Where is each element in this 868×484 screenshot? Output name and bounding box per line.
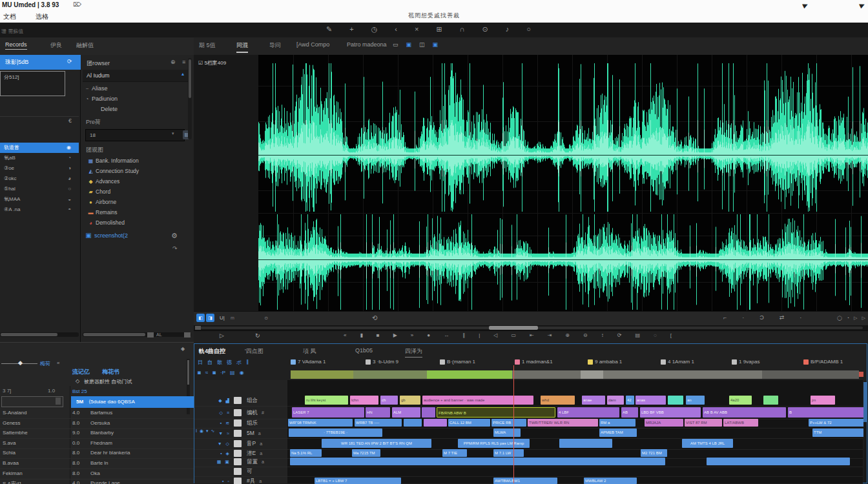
audio-clip[interactable]: dam	[607, 396, 624, 405]
multitrack-tool-icon[interactable]: ∥	[246, 359, 249, 366]
browser-item[interactable]: ~Aliase	[83, 83, 186, 94]
transport-icon[interactable]: ⇤	[530, 332, 534, 338]
audio-clip[interactable]: VIST 87 RM	[685, 419, 722, 427]
tab-2[interactable]: 伊良	[50, 41, 62, 50]
channel-toggle-left[interactable]: ◧	[196, 314, 205, 322]
audio-clip[interactable]: WR 181 TED AN IPW 2 BIT BT'S RN QM	[322, 439, 431, 448]
transport-icon[interactable]: ↻	[255, 332, 260, 339]
track-mute-solo-icons[interactable]: ◆ ▟	[214, 398, 231, 403]
transport-icon[interactable]: ▮	[360, 332, 362, 338]
undo-icon[interactable]: ↷	[172, 245, 178, 252]
editor-tab-3[interactable]: 导问	[269, 41, 281, 50]
editor-tab-1[interactable]: 期 5值	[199, 41, 216, 50]
audio-clip[interactable]: jm	[811, 396, 835, 405]
slider-handle-icon[interactable]: ◆	[18, 359, 23, 366]
gear-icon[interactable]: ⚙	[171, 232, 178, 240]
transport-icon[interactable]: ↔	[444, 332, 449, 338]
trash-icon[interactable]: ⌦	[73, 1, 81, 8]
track-select-icons[interactable]: Ⅰ ◉ ▾ ∿	[196, 429, 215, 434]
audio-clip[interactable]: an	[686, 396, 705, 405]
track-header[interactable]: ▪ ≋组乐	[194, 418, 287, 429]
toolbar-icon[interactable]: +	[349, 25, 353, 34]
collapse-icon[interactable]: «	[57, 360, 59, 366]
audio-clip[interactable]: RM a	[599, 419, 636, 427]
audio-clip[interactable]: TWR/TTRER/ WLR RN	[528, 419, 598, 427]
zoom-icon[interactable]: ▷	[862, 316, 865, 321]
pin-icon[interactable]: ⊕	[170, 59, 176, 65]
browser-item[interactable]: Delete	[83, 104, 195, 114]
transport-icon[interactable]: ◌	[654, 332, 657, 338]
transport-icon[interactable]: ●	[427, 332, 430, 338]
audio-clip[interactable]: LASER 7	[292, 407, 364, 418]
zoom-icon[interactable]: ◯	[837, 316, 842, 321]
toolbar-icon[interactable]: ‹	[395, 25, 397, 34]
timeline-marker[interactable]: 3 ·b-Udm 9	[366, 359, 398, 365]
scroll-thumb[interactable]	[187, 360, 189, 385]
track-mute-solo-icons[interactable]: ◇ ≡	[214, 410, 231, 416]
timeline-marker[interactable]: 1 9vapas	[732, 359, 760, 365]
audio-clip[interactable]: LBD BF VBB	[640, 407, 701, 418]
toolbar-icon[interactable]: ✎	[326, 25, 332, 34]
transport-icon[interactable]: ⇥	[548, 332, 552, 338]
browser-dropdown[interactable]: Al Iudum	[83, 70, 190, 82]
audio-clip[interactable]: PPM/RM RPLS RLS pas LM Ramp	[458, 439, 530, 448]
audio-clip[interactable]: M2 721 BM	[641, 449, 667, 457]
rack-link-row[interactable]: Bst 25	[72, 388, 87, 394]
timeline-marker[interactable]: B·(maman 1	[440, 359, 475, 365]
rack-input-button[interactable]	[56, 398, 61, 405]
toolbar-icon[interactable]: ○	[526, 25, 531, 34]
transport-icon[interactable]: ▭	[511, 332, 516, 338]
audio-clip[interactable]: ru liht keyst	[305, 396, 348, 405]
transport-icon[interactable]: »	[411, 332, 413, 338]
panel-button[interactable]	[147, 332, 154, 338]
multitrack-tool-icon[interactable]: ◙	[198, 370, 201, 376]
scroll-thumb[interactable]	[489, 326, 538, 330]
track-color-chip[interactable]	[234, 478, 242, 484]
scroll-thumb[interactable]	[1, 333, 57, 336]
rack-row[interactable]: S.A屯d14.0Purede Lane	[0, 479, 194, 484]
currency-icon[interactable]: €	[68, 117, 72, 124]
list-item[interactable]: 氧MAA◒	[0, 194, 79, 205]
preset-input[interactable]: 18	[85, 129, 185, 141]
audio-clip[interactable]: MRJAJA	[645, 419, 683, 427]
rack-row[interactable]: Geness8.0Oersuka	[0, 419, 194, 429]
timeline-marker[interactable]: 1 madman&1	[515, 359, 553, 365]
rack-input[interactable]	[1, 396, 63, 407]
audio-clip[interactable]: Na 5.1% RL	[290, 449, 322, 457]
browse-item[interactable]: ●Airborne	[86, 197, 183, 207]
waveform-canvas[interactable]	[258, 55, 868, 311]
multitrack-tool-icon[interactable]: 自	[207, 359, 212, 366]
audio-clip[interactable]: 4a20	[729, 396, 752, 405]
loop-icon[interactable]: ○	[264, 314, 268, 321]
track-header[interactable]: ◆ ▟组合	[194, 395, 287, 407]
transport-icon[interactable]: ⊖	[583, 332, 588, 338]
track-color-chip[interactable]	[234, 397, 242, 404]
audio-clip[interactable]: Ma 7215 TM	[352, 449, 380, 457]
waveform-display[interactable]	[258, 55, 868, 311]
audio-clip[interactable]: anas	[636, 396, 666, 405]
track-color-chip[interactable]	[234, 450, 242, 457]
browse-item[interactable]: ▦Bank. Information	[86, 156, 183, 166]
audio-clip[interactable]: gb	[400, 396, 420, 405]
audio-clip[interactable]	[559, 439, 612, 448]
menu-edit[interactable]: 选格	[36, 12, 48, 21]
clip-lane[interactable]	[287, 457, 863, 467]
list-item[interactable]: ⑤hal○	[0, 184, 79, 194]
track-mute-solo-icons[interactable]: ▪ ▫	[214, 479, 231, 483]
editor-tab-5[interactable]: Patro madeona	[347, 41, 387, 48]
track-header[interactable]: ▪ ▫#具a	[194, 477, 287, 484]
toolbar-icon[interactable]: ∩	[460, 25, 465, 34]
scroll-anchor[interactable]	[195, 326, 201, 330]
editor-tab-2[interactable]: 同混	[236, 41, 248, 53]
multitrack-tab-4[interactable]: Q1b05	[355, 347, 373, 354]
timeline-marker[interactable]: B/P/ADAMB 1	[803, 359, 843, 365]
transport-icon[interactable]: ▷	[220, 332, 224, 339]
audio-clip[interactable]: CALL 12 BM	[448, 419, 490, 427]
rack-row[interactable]: S-Analand4.0Barfamus	[0, 408, 194, 419]
refresh-icon[interactable]: ⟳	[67, 58, 72, 65]
chevron-down-icon[interactable]: ▾	[172, 131, 174, 136]
arrangement-overview-bar[interactable]	[291, 370, 859, 379]
audio-clip[interactable]: · 7TBEB19E ·	[289, 429, 382, 437]
transport-icon[interactable]: ↕	[601, 332, 604, 338]
transport-icon[interactable]: ⟳	[617, 332, 622, 338]
